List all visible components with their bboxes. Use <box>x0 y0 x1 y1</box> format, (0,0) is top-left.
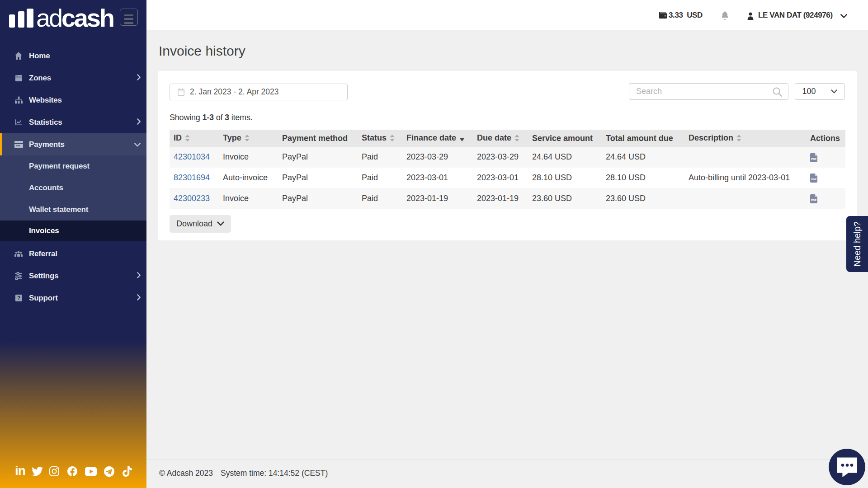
svg-text:PDF: PDF <box>811 178 816 181</box>
svg-text:PDF: PDF <box>811 158 816 160</box>
svg-text:?: ? <box>17 295 20 300</box>
svg-text:PDF: PDF <box>811 199 816 202</box>
